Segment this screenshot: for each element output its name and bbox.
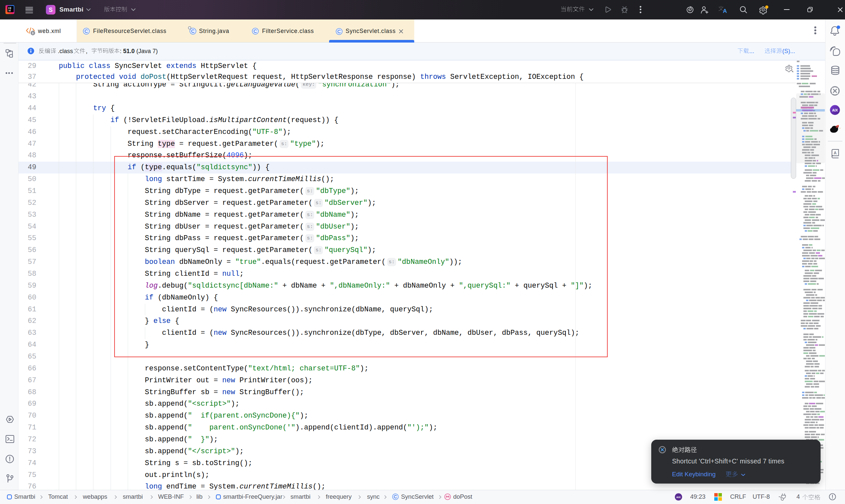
svg-text:S: S <box>49 6 53 13</box>
svg-text:A: A <box>834 151 837 155</box>
svg-text:AIX: AIX <box>832 108 838 112</box>
svg-text:AIX: AIX <box>676 496 681 499</box>
